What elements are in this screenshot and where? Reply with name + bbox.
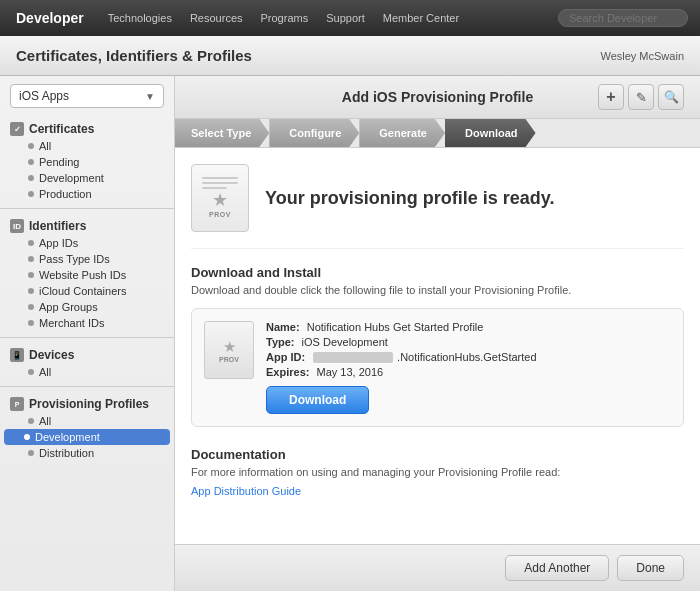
profile-appid-row: App ID: .NotificationHubs.GetStarted <box>266 351 671 363</box>
download-install-desc: Download and double click the following … <box>191 284 684 296</box>
search-input[interactable] <box>558 9 688 27</box>
bullet-icon <box>28 320 34 326</box>
top-nav: Developer Technologies Resources Program… <box>0 0 700 36</box>
step-download-label: Download <box>465 127 518 139</box>
download-install-section: Download and Install Download and double… <box>191 265 684 498</box>
documentation-section: Documentation For more information on us… <box>191 447 684 498</box>
device-icon: 📱 <box>10 348 24 362</box>
header-user: Wesley McSwain <box>600 50 684 62</box>
profile-type-row: Type: iOS Development <box>266 336 671 348</box>
nav-member-center[interactable]: Member Center <box>383 12 459 24</box>
profile-expires-value: May 13, 2016 <box>316 366 383 378</box>
sidebar-section-identifiers: ID Identifiers <box>0 215 174 235</box>
nav-links: Technologies Resources Programs Support … <box>108 12 558 24</box>
sidebar-section-provisioning: P Provisioning Profiles <box>0 393 174 413</box>
profile-name-value: Notification Hubs Get Started Profile <box>307 321 484 333</box>
profile-ready-section: ★ PROV Your provisioning profile is read… <box>191 164 684 249</box>
doc-title: Documentation <box>191 447 684 462</box>
certificates-label: Certificates <box>29 122 94 136</box>
sidebar-item-prov-distribution[interactable]: Distribution <box>0 445 174 461</box>
sidebar-item-prov-all[interactable]: All <box>0 413 174 429</box>
step-select-type[interactable]: Select Type <box>175 119 269 147</box>
appid-suffix: .NotificationHubs.GetStarted <box>397 351 536 363</box>
expires-field-label: Expires: <box>266 366 309 378</box>
main-actions: + ✎ 🔍 <box>561 84 684 110</box>
sidebar-item-app-groups[interactable]: App Groups <box>0 299 174 315</box>
main-header: Add iOS Provisioning Profile + ✎ 🔍 <box>175 76 700 119</box>
chevron-down-icon: ▼ <box>145 91 155 102</box>
bullet-icon <box>28 450 34 456</box>
bullet-icon <box>28 191 34 197</box>
sidebar-item-certs-development[interactable]: Development <box>0 170 174 186</box>
name-field-label: Name: <box>266 321 300 333</box>
profile-type-value: iOS Development <box>302 336 388 348</box>
add-another-button[interactable]: Add Another <box>505 555 609 581</box>
prov-label-small: PROV <box>219 356 239 363</box>
sidebar-item-icloud-containers[interactable]: iCloud Containers <box>0 283 174 299</box>
sidebar-section-devices: 📱 Devices <box>0 344 174 364</box>
identifier-icon: ID <box>10 219 24 233</box>
sidebar-item-certs-production[interactable]: Production <box>0 186 174 202</box>
sidebar-item-pass-type-ids[interactable]: Pass Type IDs <box>0 251 174 267</box>
appid-field-label: App ID: <box>266 351 305 363</box>
header-bar: Certificates, Identifiers & Profiles Wes… <box>0 36 700 76</box>
bullet-icon <box>28 159 34 165</box>
bullet-icon <box>28 240 34 246</box>
steps-bar: Select Type Configure Generate Download <box>175 119 700 148</box>
step-generate[interactable]: Generate <box>359 119 445 147</box>
bullet-icon <box>28 418 34 424</box>
step-configure[interactable]: Configure <box>269 119 359 147</box>
main-title: Add iOS Provisioning Profile <box>314 89 561 105</box>
bullet-icon <box>28 272 34 278</box>
provisioning-label: Provisioning Profiles <box>29 397 149 411</box>
search-button[interactable]: 🔍 <box>658 84 684 110</box>
bullet-icon <box>28 143 34 149</box>
add-button[interactable]: + <box>598 84 624 110</box>
bullet-icon <box>28 175 34 181</box>
sidebar-section-certificates: ✓ Certificates <box>0 116 174 138</box>
profile-card: ★ PROV Name: Notification Hubs Get Start… <box>191 308 684 427</box>
prov-document-lines <box>198 171 242 213</box>
bullet-icon <box>24 434 30 440</box>
profile-details: Name: Notification Hubs Get Started Prof… <box>266 321 671 414</box>
sidebar-item-merchant-ids[interactable]: Merchant IDs <box>0 315 174 331</box>
sidebar-item-prov-development[interactable]: Development <box>4 429 170 445</box>
provisioning-icon: P <box>10 397 24 411</box>
edit-button[interactable]: ✎ <box>628 84 654 110</box>
footer: Add Another Done <box>175 544 700 591</box>
sidebar-item-app-ids[interactable]: App IDs <box>0 235 174 251</box>
download-install-title: Download and Install <box>191 265 684 280</box>
content-area: ★ PROV Your provisioning profile is read… <box>175 148 700 544</box>
header-title: Certificates, Identifiers & Profiles <box>16 47 252 64</box>
sidebar-item-certs-all[interactable]: All <box>0 138 174 154</box>
sidebar-divider-1 <box>0 208 174 209</box>
layout: iOS Apps ▼ ✓ Certificates All Pending De… <box>0 76 700 591</box>
done-button[interactable]: Done <box>617 555 684 581</box>
sidebar-divider-2 <box>0 337 174 338</box>
step-generate-label: Generate <box>379 127 427 139</box>
profile-expires-row: Expires: May 13, 2016 <box>266 366 671 378</box>
step-select-type-label: Select Type <box>191 127 251 139</box>
nav-support[interactable]: Support <box>326 12 365 24</box>
sidebar: iOS Apps ▼ ✓ Certificates All Pending De… <box>0 76 175 591</box>
type-field-label: Type: <box>266 336 295 348</box>
appid-blur <box>313 352 393 363</box>
star-icon-small: ★ <box>223 338 236 356</box>
doc-link[interactable]: App Distribution Guide <box>191 485 301 497</box>
step-configure-label: Configure <box>289 127 341 139</box>
step-download[interactable]: Download <box>445 119 536 147</box>
prov-icon-small: ★ PROV <box>204 321 254 379</box>
brand-name: Developer <box>16 10 84 26</box>
nav-programs[interactable]: Programs <box>261 12 309 24</box>
sidebar-item-website-push-ids[interactable]: Website Push IDs <box>0 267 174 283</box>
platform-dropdown[interactable]: iOS Apps ▼ <box>10 84 164 108</box>
platform-dropdown-label: iOS Apps <box>19 89 69 103</box>
nav-resources[interactable]: Resources <box>190 12 243 24</box>
download-profile-button[interactable]: Download <box>266 386 369 414</box>
bullet-icon <box>28 304 34 310</box>
prov-icon-large: ★ PROV <box>191 164 249 232</box>
sidebar-item-devices-all[interactable]: All <box>0 364 174 380</box>
nav-technologies[interactable]: Technologies <box>108 12 172 24</box>
identifiers-label: Identifiers <box>29 219 86 233</box>
sidebar-item-certs-pending[interactable]: Pending <box>0 154 174 170</box>
